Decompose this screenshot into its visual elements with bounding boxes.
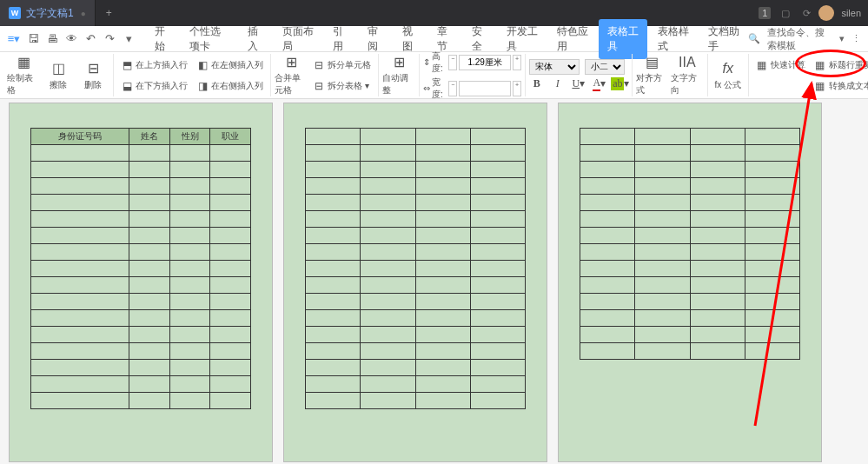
table-row <box>580 327 800 343</box>
tab-doc-helper[interactable]: 文档助手 <box>699 19 748 59</box>
tab-table-style[interactable]: 表格样式 <box>649 19 698 59</box>
table-row <box>306 211 526 228</box>
th-id[interactable]: 身份证号码 <box>31 129 129 145</box>
avatar[interactable] <box>818 5 834 21</box>
tab-review[interactable]: 审阅 <box>359 19 392 59</box>
width-input[interactable] <box>459 81 511 96</box>
font-size-select[interactable]: 小二 <box>585 59 625 75</box>
table-row <box>306 129 526 145</box>
table-page-1[interactable]: 身份证号码 姓名 性别 职业 <box>30 128 251 409</box>
tab-references[interactable]: 引用 <box>324 19 357 59</box>
grid-pencil-icon: ▦ <box>15 54 32 70</box>
width-spin-plus[interactable]: + <box>513 81 521 96</box>
table-row <box>31 343 251 360</box>
insert-right-icon: ◨ <box>196 80 209 92</box>
align-icon: ▤ <box>644 54 661 70</box>
tab-view[interactable]: 视图 <box>394 19 427 59</box>
table-row <box>306 162 526 178</box>
table-row <box>31 178 251 195</box>
menu-dropdown[interactable]: ≡▾ <box>5 30 23 48</box>
table-header-row[interactable]: 身份证号码 姓名 性别 职业 <box>31 129 251 145</box>
delete-icon: ⊟ <box>84 60 102 77</box>
split-table-icon: ⊟ <box>313 80 325 92</box>
repeat-header-button[interactable]: ▦标题行重复 <box>811 56 868 75</box>
new-tab-button[interactable]: + <box>96 7 123 19</box>
tab-home[interactable]: 开始 <box>146 19 179 59</box>
bold-button[interactable]: B <box>529 76 545 92</box>
app-icon-1[interactable]: ▢ <box>777 4 794 22</box>
font-color-button[interactable]: A▾ <box>592 76 607 92</box>
table-row <box>306 145 526 162</box>
toolbar-more[interactable]: ⋮ <box>851 33 861 44</box>
convert-text-button[interactable]: ▦转换成文本 <box>811 76 868 96</box>
split-cell-icon: ⊟ <box>313 59 325 71</box>
align-button[interactable]: ▤对齐方式 <box>636 55 669 96</box>
merge-cells-button[interactable]: ⊞合并单元格 <box>275 55 308 96</box>
th-job[interactable]: 职业 <box>210 129 251 145</box>
italic-button[interactable]: I <box>550 76 566 92</box>
draw-table-button[interactable]: ▦绘制表格 <box>7 55 40 96</box>
user-name: silen <box>841 8 861 18</box>
preview-icon[interactable]: 👁 <box>63 30 80 48</box>
document-tab[interactable]: W 文字文稿1 ● <box>0 0 96 26</box>
titlebar-badge[interactable]: 1 <box>756 4 773 22</box>
insert-below-icon: ⬓ <box>121 80 133 92</box>
delete-button[interactable]: ⊟删除 <box>76 55 109 96</box>
page-3 <box>558 103 822 462</box>
height-spin-minus[interactable]: − <box>448 55 457 70</box>
print-icon[interactable]: 🖶 <box>43 30 61 48</box>
document-canvas[interactable]: 身份证号码 姓名 性别 职业 <box>0 99 868 464</box>
table-row <box>306 376 526 393</box>
th-gender[interactable]: 性别 <box>169 129 210 145</box>
tab-custom[interactable]: 个性选项卡 <box>181 19 237 59</box>
table-row <box>306 393 526 409</box>
table-row <box>580 211 800 228</box>
search-dropdown[interactable]: ▾ <box>839 33 845 44</box>
table-row <box>31 277 251 294</box>
eraser-icon: ◫ <box>50 60 67 77</box>
table-page-3[interactable] <box>580 128 800 360</box>
underline-button[interactable]: U▾ <box>571 76 586 92</box>
table-row <box>306 228 526 244</box>
font-name-select[interactable]: 宋体 <box>529 59 580 75</box>
app-icon-2[interactable]: ⟳ <box>798 4 815 22</box>
highlight-button[interactable]: ab▾ <box>613 76 628 92</box>
height-spin-plus[interactable]: + <box>513 55 521 70</box>
height-input[interactable] <box>459 55 511 70</box>
table-row <box>580 343 800 360</box>
quick-calc-button[interactable]: ▦快速计算 <box>752 56 809 75</box>
save-icon[interactable]: 🖫 <box>24 30 42 48</box>
text-direction-button[interactable]: IIA文字方向 <box>671 55 704 96</box>
redo-icon[interactable]: ↷ <box>101 30 118 48</box>
split-cells-button[interactable]: ⊟拆分单元格 <box>309 56 374 75</box>
table-row <box>580 244 800 261</box>
th-name[interactable]: 姓名 <box>129 129 170 145</box>
qa-dropdown[interactable]: ▾ <box>120 30 137 48</box>
table-row <box>31 261 251 277</box>
table-row <box>306 360 526 376</box>
insert-left-button[interactable]: ◧在左侧插入列 <box>193 56 267 75</box>
table-row <box>31 211 251 228</box>
table-row <box>31 195 251 211</box>
undo-icon[interactable]: ↶ <box>82 30 99 48</box>
insert-right-button[interactable]: ◨在右侧插入列 <box>193 76 267 96</box>
width-spin-minus[interactable]: − <box>448 81 457 96</box>
autofit-button[interactable]: ⊞自动调整 <box>382 55 415 96</box>
insert-above-button[interactable]: ⬒在上方插入行 <box>117 56 191 75</box>
tab-special[interactable]: 特色应用 <box>548 19 597 59</box>
tab-page-layout[interactable]: 页面布局 <box>274 19 322 59</box>
tab-pin-icon[interactable]: ● <box>81 9 86 18</box>
tab-table-tools[interactable]: 表格工具 <box>599 19 647 59</box>
tab-insert[interactable]: 插入 <box>239 19 272 59</box>
ribbon: ▦绘制表格 ◫擦除 ⊟删除 ⬒在上方插入行 ⬓在下方插入行 ◧在左侧插入列 ◨在… <box>0 52 868 99</box>
table-row <box>580 294 800 310</box>
table-row <box>580 145 800 162</box>
table-page-2[interactable] <box>305 128 526 409</box>
eraser-button[interactable]: ◫擦除 <box>42 55 75 96</box>
split-table-button[interactable]: ⊟拆分表格▾ <box>309 76 374 96</box>
table-row <box>580 310 800 327</box>
insert-below-button[interactable]: ⬓在下方插入行 <box>117 76 191 96</box>
formula-button[interactable]: fxfx 公式 <box>712 55 745 96</box>
table-row <box>580 195 800 211</box>
search-label[interactable]: 查找命令、搜索模板 <box>767 26 832 52</box>
